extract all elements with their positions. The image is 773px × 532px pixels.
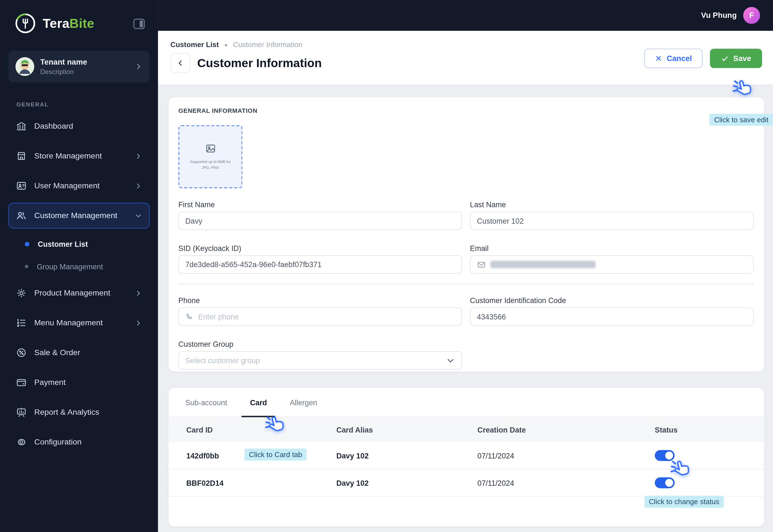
column-header-card-alias: Card Alias [336, 425, 477, 434]
brand-name: TeraBite [43, 16, 94, 31]
id-card-icon [16, 180, 27, 191]
page-header: Customer List ● Customer Information Cus… [158, 31, 773, 85]
chevron-right-icon [135, 182, 142, 190]
sidebar-item-menu-management[interactable]: Menu Management [8, 310, 149, 336]
percent-circle-icon [16, 347, 27, 358]
sidebar-item-label: Dashboard [34, 122, 73, 131]
email-input[interactable] [470, 255, 754, 274]
creation-date-cell: 07/11/2024 [477, 479, 655, 487]
tab-bar: Sub-account Card Allergen [169, 388, 764, 417]
chevron-left-icon [176, 59, 184, 67]
check-icon [721, 54, 729, 62]
tab-allergen[interactable]: Allergen [290, 388, 317, 417]
image-upload-icon [204, 143, 216, 155]
sidebar-item-label: Report & Analytics [34, 408, 99, 417]
breadcrumb-current: Customer Information [233, 41, 303, 49]
submenu-item-label: Group Management [37, 262, 103, 271]
sidebar-item-customer-list[interactable]: Customer List [8, 233, 149, 255]
tenant-description: Description [40, 68, 87, 75]
gear-icon [16, 437, 27, 448]
customer-group-placeholder: Select customer group [185, 356, 260, 365]
sidebar-item-report-analytics[interactable]: Report & Analytics [8, 399, 149, 425]
identification-code-label: Customer Identification Code [470, 296, 754, 304]
card-alias-cell: Davy 102 [336, 451, 477, 460]
sidebar-item-payment[interactable]: Payment [8, 370, 149, 396]
creation-date-cell: 07/11/2024 [477, 451, 655, 460]
bullet-icon [25, 265, 28, 268]
chevron-down-icon [446, 356, 455, 365]
general-information-card: GENERAL INFORMATION Supported up to 5MB … [169, 97, 764, 372]
chevron-right-icon [135, 289, 142, 297]
phone-field-group: Phone [178, 296, 462, 326]
tab-card[interactable]: Card [250, 388, 267, 417]
sidebar: TeraBite Tenant name Desc [0, 0, 158, 532]
sidebar-item-customer-management[interactable]: Customer Management [8, 203, 149, 229]
sidebar-item-dashboard[interactable]: Dashboard [8, 113, 149, 139]
sidebar-item-product-management[interactable]: Product Management [8, 280, 149, 306]
identification-code-input[interactable] [477, 313, 747, 321]
sidebar-collapse-icon[interactable] [133, 18, 145, 29]
sidebar-section-label: GENERAL [16, 101, 158, 107]
envelope-icon [477, 260, 486, 269]
customer-management-submenu: Customer List Group Management [8, 233, 149, 280]
first-name-input[interactable] [185, 217, 455, 225]
column-header-creation-date: Creation Date [477, 425, 655, 434]
storefront-icon [16, 150, 27, 161]
sidebar-item-user-management[interactable]: User Management [8, 173, 149, 199]
email-label: Email [470, 244, 754, 252]
card-id-cell: BBF02D14 [186, 479, 336, 487]
sidebar-item-configuration[interactable]: Configuration [8, 429, 149, 455]
tooltip-card-tab: Click to Card tab [244, 448, 306, 460]
sid-label: SID (Keycloack ID) [178, 244, 462, 252]
phone-input[interactable] [198, 313, 455, 321]
chevron-right-icon [135, 152, 142, 160]
last-name-input[interactable] [477, 217, 747, 225]
email-field-group: Email [470, 244, 754, 274]
last-name-field-group: Last Name [470, 200, 754, 230]
upload-hint: Supported up to 5MB for JPG, PNG [190, 159, 231, 171]
sidebar-item-label: Customer Management [34, 211, 117, 220]
sidebar-item-store-management[interactable]: Store Management [8, 143, 149, 169]
first-name-field-group: First Name [178, 200, 462, 230]
sidebar-item-label: Product Management [34, 289, 110, 297]
customer-group-label: Customer Group [178, 340, 462, 348]
table-header-row: Card ID Card Alias Creation Date Status [169, 417, 764, 442]
sidebar-item-label: Menu Management [34, 318, 103, 327]
wallet-icon [16, 377, 27, 388]
tab-sub-account[interactable]: Sub-account [185, 388, 227, 417]
page-title: Customer Information [197, 56, 322, 70]
tenant-avatar [15, 57, 34, 76]
topbar: Vu Phung F [158, 0, 773, 31]
identification-code-field-group: Customer Identification Code [470, 296, 754, 326]
section-title: GENERAL INFORMATION [178, 107, 754, 114]
phone-label: Phone [178, 296, 462, 304]
cancel-button[interactable]: Cancel [644, 49, 702, 68]
submenu-item-label: Customer List [38, 240, 88, 248]
sid-input[interactable] [185, 260, 455, 269]
breadcrumb-parent[interactable]: Customer List [170, 41, 219, 49]
sidebar-item-group-management[interactable]: Group Management [8, 255, 149, 278]
avatar-upload-dropzone[interactable]: Supported up to 5MB for JPG, PNG [178, 125, 242, 188]
sid-field-group: SID (Keycloack ID) [178, 244, 462, 274]
sidebar-item-label: Configuration [34, 438, 82, 446]
divider [178, 284, 754, 284]
tenant-card[interactable]: Tenant name Description [8, 51, 149, 82]
chevron-down-icon [135, 212, 142, 219]
sidebar-nav: Dashboard Store Management User Manageme… [0, 113, 158, 455]
save-button[interactable]: Save [710, 49, 762, 68]
chart-presentation-icon [16, 407, 27, 418]
breadcrumb: Customer List ● Customer Information [170, 31, 773, 49]
customer-group-field-group: Customer Group Select customer group [178, 340, 462, 370]
column-header-card-id: Card ID [186, 425, 336, 434]
tooltip-save: Click to save edit [709, 114, 773, 126]
sidebar-item-label: Store Management [34, 152, 102, 160]
user-name: Vu Phung [701, 11, 737, 20]
close-icon [655, 55, 662, 62]
user-avatar[interactable]: F [743, 7, 760, 24]
brand-row: TeraBite [0, 0, 158, 35]
card-alias-cell: Davy 102 [336, 479, 477, 487]
customer-group-select[interactable]: Select customer group [178, 351, 462, 370]
back-button[interactable] [170, 53, 190, 73]
first-name-label: First Name [178, 200, 462, 209]
sidebar-item-sale-order[interactable]: Sale & Order [8, 340, 149, 366]
